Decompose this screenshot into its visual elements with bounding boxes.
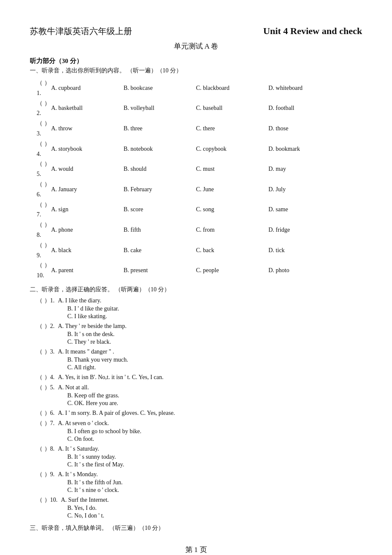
q-paren: （ ） bbox=[30, 348, 50, 356]
list-item: （ ）2.A. They ' re beside the lamp.B. It … bbox=[30, 322, 362, 345]
q-option: C. On foot. bbox=[30, 436, 362, 443]
q-option: B. Yes, I do. bbox=[30, 505, 362, 512]
q-paren: （ ） 6. bbox=[30, 179, 51, 200]
q-num: 7. bbox=[50, 420, 55, 427]
q-option: B. cake bbox=[124, 245, 196, 256]
header: 苏教牛津版英语六年级上册 Unit 4 Review and check bbox=[30, 26, 362, 37]
q-paren: （ ） 8. bbox=[30, 220, 51, 240]
q-option: A. sign bbox=[51, 204, 124, 215]
q-option: B. It ' s the fifth of Jun. bbox=[30, 479, 362, 486]
table-row: （ ） 3.A. throwB. threeC. thereD. those bbox=[30, 118, 362, 139]
table-row: （ ） 8.A. phoneB. fifthC. fromD. fridge bbox=[30, 220, 362, 240]
q-option: C. back bbox=[196, 245, 268, 256]
part1-questions: （ ） 1.A. cupboardB. bookcaseC. blackboar… bbox=[30, 78, 362, 281]
q-option: C. must bbox=[196, 164, 268, 174]
q-option: C. blackboard bbox=[196, 83, 268, 93]
q-paren: （ ） 2. bbox=[30, 98, 51, 119]
q-option: B. should bbox=[124, 164, 196, 174]
q-num: 2. bbox=[50, 323, 55, 330]
table-row: （ ） 1.A. cupboardB. bookcaseC. blackboar… bbox=[30, 78, 362, 98]
q-option: A. storybook bbox=[51, 144, 124, 154]
q-inline-options: A. I ' m sorry. B. A pair of gloves. C. … bbox=[58, 410, 175, 417]
q-option: C. copybook bbox=[196, 144, 268, 154]
header-right: Unit 4 Review and check bbox=[263, 26, 362, 37]
q-option: B. I often go to school by bike. bbox=[30, 428, 362, 435]
q-option: D. may bbox=[268, 164, 337, 174]
list-item: （ ）10.A. Surf the Internet.B. Yes, I do.… bbox=[30, 496, 362, 519]
list-item: （ ）6.A. I ' m sorry. B. A pair of gloves… bbox=[30, 409, 362, 417]
q-paren: （ ） 4. bbox=[30, 139, 51, 159]
q-option-a: A. It ' s Monday. bbox=[58, 471, 98, 478]
q-option: D. those bbox=[268, 124, 337, 134]
table-row: （ ） 10.A. parentB. presentC. peopleD. ph… bbox=[30, 260, 362, 281]
q-option: B. I ' d like the guitar. bbox=[30, 305, 362, 312]
section1-label: 听力部分（30 分） bbox=[30, 57, 362, 65]
q-option: D. fridge bbox=[268, 225, 337, 235]
q-option: B. notebook bbox=[124, 144, 196, 154]
q-paren: （ ） bbox=[30, 409, 50, 417]
q-paren: （ ） bbox=[30, 496, 50, 504]
q-option-a: A. Surf the Internet. bbox=[61, 497, 109, 503]
q-option: D. July bbox=[268, 184, 337, 195]
q-option-a: A. I like the diary. bbox=[58, 297, 101, 304]
list-item: （ ）9.A. It ' s Monday.B. It ' s the fift… bbox=[30, 471, 362, 494]
q-num: 6. bbox=[50, 410, 55, 417]
page-footer: 第 1 页 bbox=[30, 545, 362, 555]
q-option: D. tick bbox=[268, 245, 337, 256]
q-num: 5. bbox=[50, 384, 55, 391]
part3: 三、听录音，填入所缺单词。 （听三遍）（10 分） bbox=[30, 524, 362, 532]
subtitle: 单元测试 A 卷 bbox=[30, 41, 362, 51]
table-row: （ ） 2.A. basketballB. volleyballC. baseb… bbox=[30, 98, 362, 119]
q-inline-options: A. Yes, it isn B'. No,t. it isn ' t. C. … bbox=[58, 374, 164, 381]
list-item: （ ）5.A. Not at all.B. Keep off the grass… bbox=[30, 384, 362, 407]
q-option: B. Thank you very much. bbox=[30, 357, 362, 363]
table-row: （ ） 4.A. storybookB. notebookC. copybook… bbox=[30, 139, 362, 159]
q-paren: （ ） 1. bbox=[30, 78, 51, 98]
q-option: A. basketball bbox=[51, 103, 124, 113]
table-row: （ ） 6.A. JanuaryB. FebruaryC. JuneD. Jul… bbox=[30, 179, 362, 200]
q-option: C. It ' s nine o ' clock. bbox=[30, 487, 362, 494]
q-option: C. June bbox=[196, 184, 268, 195]
list-item: （ ）1.A. I like the diary.B. I ' d like t… bbox=[30, 297, 362, 320]
q-option: B. It ' s on the desk. bbox=[30, 331, 362, 338]
q-option: A. black bbox=[51, 245, 124, 256]
q-option-a: A. It means " danger " . bbox=[58, 348, 114, 355]
list-item: （ ）7.A. At seven o ' clock.B. I often go… bbox=[30, 420, 362, 443]
q-option: B. bookcase bbox=[124, 83, 196, 93]
part2-intro: 二、听录音，选择正确的应答。 （听两遍）（10 分） bbox=[30, 286, 362, 293]
q-option: C. They ' re black. bbox=[30, 339, 362, 345]
q-num: 1. bbox=[50, 297, 55, 304]
q-paren: （ ） bbox=[30, 374, 50, 381]
list-item: （ ）4.A. Yes, it isn B'. No,t. it isn ' t… bbox=[30, 374, 362, 381]
part3-intro: 三、听录音，填入所缺单词。 （听三遍）（10 分） bbox=[30, 524, 362, 532]
q-paren: （ ） 7. bbox=[30, 200, 51, 220]
q-option: C. from bbox=[196, 225, 268, 235]
q-option: A. January bbox=[51, 184, 124, 195]
q-option: C. OK. Here you are. bbox=[30, 400, 362, 407]
q-option: D. photo bbox=[268, 265, 337, 276]
q-option: B. three bbox=[124, 124, 196, 134]
q-num: 10. bbox=[50, 497, 58, 503]
q-paren: （ ） bbox=[30, 322, 50, 330]
q-paren: （ ） 3. bbox=[30, 118, 51, 139]
q-option: B. It ' s sunny today. bbox=[30, 454, 362, 460]
q-paren: （ ） bbox=[30, 420, 50, 427]
list-item: （ ）3.A. It means " danger " .B. Thank yo… bbox=[30, 348, 362, 371]
q-paren: （ ） 9. bbox=[30, 240, 51, 261]
q-option: C. It ' s the first of May. bbox=[30, 461, 362, 468]
q-option: B. February bbox=[124, 184, 196, 195]
part2-questions: （ ）1.A. I like the diary.B. I ' d like t… bbox=[30, 297, 362, 519]
q-option: C. All right. bbox=[30, 364, 362, 371]
q-option: A. cupboard bbox=[51, 83, 124, 93]
q-num: 8. bbox=[50, 446, 55, 452]
list-item: （ ）8.A. It ' s Saturday.B. It ' s sunny … bbox=[30, 445, 362, 468]
q-option: B. present bbox=[124, 265, 196, 276]
q-option: D. whiteboard bbox=[268, 83, 337, 93]
q-paren: （ ） 10. bbox=[30, 260, 51, 281]
q-num: 3. bbox=[50, 348, 55, 355]
q-option-a: A. It ' s Saturday. bbox=[58, 446, 99, 452]
q-paren: （ ） bbox=[30, 384, 50, 391]
q-option: A. phone bbox=[51, 225, 124, 235]
header-left: 苏教牛津版英语六年级上册 bbox=[30, 26, 132, 37]
q-option-a: A. They ' re beside the lamp. bbox=[58, 323, 127, 330]
